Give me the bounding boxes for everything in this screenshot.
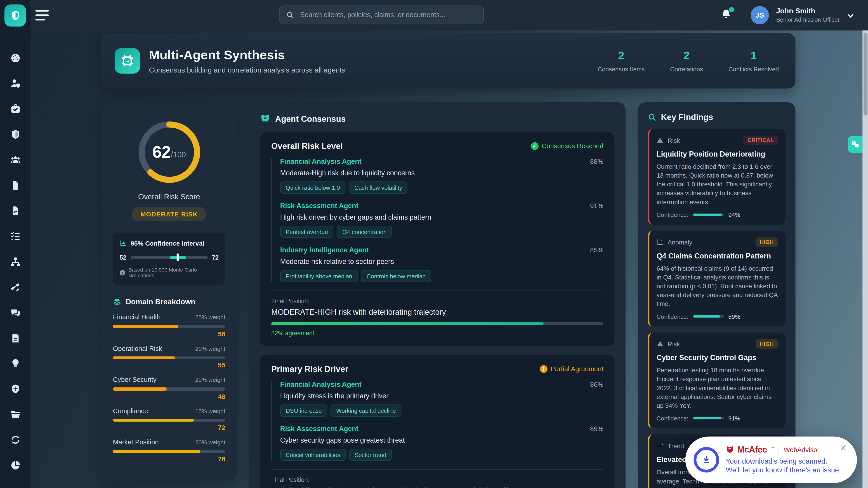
document-icon: [10, 332, 21, 344]
chevron-down-icon: [846, 11, 855, 21]
stat-label: Consensus Items: [598, 66, 645, 72]
popup-body: McAfee ™ | WebAdvisor Your download's be…: [726, 445, 848, 475]
finding-title: Cyber Security Control Gaps: [656, 354, 778, 362]
agent-tag: Pentest overdue: [280, 226, 333, 238]
domain-row-header: Cyber Security20% weight: [113, 376, 225, 383]
sidebar-item-dashboard[interactable]: [9, 52, 21, 64]
sidebar-item-brain[interactable]: [9, 485, 21, 488]
scrollbar-thumb[interactable]: [863, 33, 867, 116]
mcafee-webadvisor-popup: McAfee ™ | WebAdvisor Your download's be…: [685, 436, 857, 483]
agreement-label: 82% agreement: [271, 330, 603, 336]
sidebar-item-pie-chart[interactable]: [9, 459, 21, 471]
page-header: Multi-Agent Synthesis Consensus building…: [101, 33, 796, 89]
severity-badge: HIGH: [755, 237, 778, 247]
domain-label: Financial Health: [113, 313, 161, 321]
agent-tag: Cash flow volatility: [349, 182, 408, 194]
finding-body: Current ratio declined from 2.3 to 1.6 o…: [656, 162, 778, 206]
sidebar-item-file-chart[interactable]: [9, 205, 21, 216]
file-icon: [10, 180, 21, 191]
finding-type: Anomaly: [668, 239, 692, 246]
sidebar-item-shield[interactable]: [9, 128, 21, 140]
confidence-slider-handle[interactable]: [177, 254, 179, 261]
final-position-label: Final Position:: [271, 298, 603, 304]
agent-name: Financial Analysis Agent: [280, 381, 362, 388]
sidebar: [0, 0, 31, 488]
agent-confidence: 91%: [590, 202, 603, 210]
sidebar-item-users[interactable]: [9, 154, 21, 165]
domain-bar-track: [113, 387, 225, 390]
popup-close-button[interactable]: [840, 444, 847, 451]
risk-score-label: Overall Risk Score: [113, 193, 225, 201]
pie-chart-icon: [10, 459, 21, 470]
section-title: Overall Risk Level: [271, 141, 343, 151]
sidebar-item-file[interactable]: [9, 179, 21, 191]
floating-widget-button[interactable]: [848, 136, 863, 153]
sidebar-item-lightbulb[interactable]: [9, 357, 21, 369]
finding-confidence: Confidence:94%: [656, 212, 778, 218]
sidebar-item-network[interactable]: [9, 256, 21, 267]
confidence-interval-box: 95% Confidence Interval 52 72 i Based on…: [113, 233, 225, 285]
hamburger-menu-icon[interactable]: [35, 10, 49, 21]
sidebar-item-document[interactable]: [9, 332, 21, 344]
status-icon: !: [539, 365, 547, 372]
finding-cards: RiskCRITICALLiquidity Position Deteriora…: [648, 129, 785, 488]
agent-description: Moderate risk relative to sector peers: [280, 258, 603, 265]
agent-name: Financial Analysis Agent: [280, 158, 362, 165]
trend-icon: [656, 442, 664, 450]
widget-icon: [851, 140, 860, 149]
folder-icon: [10, 409, 21, 420]
sidebar-item-briefcase-check[interactable]: [9, 103, 21, 115]
domain-row: Cyber Security20% weight48: [113, 376, 225, 400]
sidebar-item-shield-gear[interactable]: [9, 383, 21, 394]
agent-description: Liquidity stress is the primary driver: [280, 392, 603, 400]
briefcase-check-icon: [10, 103, 21, 114]
page-scrollbar: [863, 31, 868, 488]
finding-card: RiskHIGHCyber Security Control GapsPenet…: [648, 333, 785, 429]
sidebar-item-task-list[interactable]: [9, 230, 21, 242]
sidebar-item-folder[interactable]: [9, 408, 21, 420]
agent-description: Moderate-High risk due to liquidity conc…: [280, 169, 603, 177]
sync-icon: [10, 434, 21, 445]
agent-tags: DSO increaseWorking capital decline: [280, 404, 603, 417]
user-menu-chevron[interactable]: [846, 11, 855, 21]
agent-header: Risk Assessment Agent91%: [280, 202, 603, 210]
agent-tags: Quick ratio below 1.0Cash flow volatilit…: [280, 182, 603, 194]
consensus-icon: [260, 113, 270, 123]
network-icon: [10, 256, 21, 267]
agent-tag: Working capital decline: [331, 404, 401, 417]
header-stats: 2Consensus Items2Correlations1Conflicts …: [598, 49, 779, 72]
confidence-low: 52: [120, 254, 126, 260]
section-title: Primary Risk Driver: [271, 364, 348, 373]
sidebar-item-satellite[interactable]: [9, 281, 21, 293]
section-status: !Partial Agreement: [539, 365, 603, 372]
layers-icon: [113, 298, 121, 306]
risk-score-max: /100: [171, 150, 186, 159]
agent-tag: Critical vulnerabilities: [280, 449, 346, 461]
finding-header: RiskHIGH: [656, 339, 778, 349]
sidebar-item-user-shield[interactable]: [9, 77, 21, 89]
avatar[interactable]: JS: [751, 6, 769, 24]
status-icon: ✓: [531, 142, 538, 150]
domain-bar-track: [113, 356, 225, 359]
domain-value: 78: [113, 455, 225, 463]
agent-name: Industry Intelligence Agent: [280, 246, 369, 254]
final-position-label: Final Position:: [271, 477, 603, 483]
domain-label: Cyber Security: [113, 376, 157, 383]
sidebar-item-comments[interactable]: [9, 306, 21, 318]
domain-breakdown-title: Domain Breakdown: [126, 298, 195, 306]
section-status: ✓Consensus Reached: [531, 142, 603, 150]
stat-label: Correlations: [670, 66, 703, 72]
agent-tag: Q4 concentration: [337, 226, 392, 238]
sidebar-item-sync[interactable]: [9, 434, 21, 445]
finding-type: Trend: [668, 443, 684, 449]
page-title: Multi-Agent Synthesis: [149, 48, 345, 63]
webadvisor-label: WebAdvisor: [784, 446, 819, 453]
confidence-bar-track: [693, 214, 724, 216]
synthesis-icon: [115, 48, 140, 74]
top-bar: JS John Smith Senior Admission Officer: [0, 0, 868, 31]
app-logo[interactable]: [4, 4, 26, 27]
domain-row: Compliance15% weight72: [113, 407, 225, 431]
notifications-button[interactable]: [720, 8, 735, 23]
search-input[interactable]: [299, 11, 476, 20]
status-label: Partial Agreement: [551, 365, 603, 372]
